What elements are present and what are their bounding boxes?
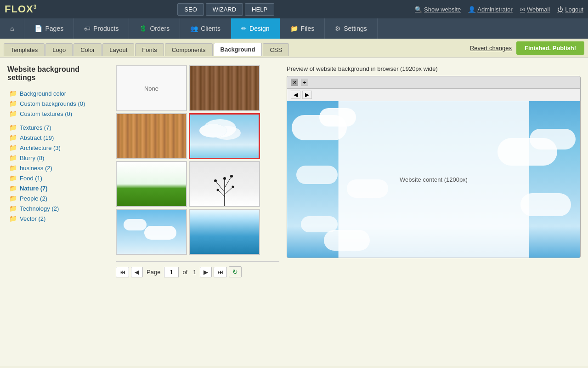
browser-add-button[interactable]: +	[301, 79, 308, 86]
preview-background: Website content (1200px)	[287, 101, 580, 258]
tab-background[interactable]: Background	[214, 43, 262, 56]
browser-chrome: ✕ +	[287, 76, 580, 89]
top-nav-buttons: SEO WIZARD HELP	[177, 3, 274, 16]
pagination: ⏮ ◀ Page of 1 ▶ ⏭ ↻	[116, 261, 279, 277]
left-sidebar: Website background settings 📁 Background…	[7, 65, 108, 359]
sidebar-item-business[interactable]: 📁 business (2)	[7, 163, 108, 173]
image-grass[interactable]	[116, 161, 187, 207]
pag-prev-button[interactable]: ◀	[131, 267, 143, 277]
sidebar-item-nature[interactable]: 📁 Nature (7)	[7, 183, 108, 193]
main-content: None	[116, 65, 279, 359]
svg-point-5	[214, 179, 217, 182]
sidebar-item-background-color[interactable]: 📁 Background color	[7, 88, 108, 98]
sub-tabs: Templates Logo Color Layout Fonts Compon…	[0, 39, 588, 58]
of-label: of	[182, 269, 187, 276]
image-wood-light[interactable]	[116, 113, 187, 159]
clients-icon: 👥	[190, 25, 198, 32]
preview-area: Preview of website background in browser…	[287, 65, 581, 359]
browser-close-button[interactable]: ✕	[291, 79, 298, 86]
folder-icon: 📁	[9, 134, 17, 141]
nav-design[interactable]: ✏ Design	[231, 18, 280, 39]
folder-icon: 📁	[9, 144, 17, 151]
search-icon: 🔍	[415, 6, 422, 13]
sidebar-item-people[interactable]: 📁 People (2)	[7, 193, 108, 203]
folder-icon: 📁	[9, 90, 17, 97]
webmail-link[interactable]: ✉ Webmail	[520, 6, 550, 13]
sidebar-item-abstract[interactable]: 📁 Abstract (19)	[7, 132, 108, 143]
products-icon: 🏷	[84, 25, 90, 32]
wood-dark-preview	[190, 66, 259, 110]
wizard-button[interactable]: WIZARD	[206, 3, 243, 16]
browser-nav: ◀ ▶	[287, 89, 580, 101]
nav-settings[interactable]: ⚙ Settings	[325, 18, 378, 39]
publish-button[interactable]: Finished. Publish!	[516, 41, 584, 55]
tab-color[interactable]: Color	[74, 43, 102, 56]
top-links: 🔍 Show website 👤 Administrator ✉ Webmail…	[415, 6, 583, 13]
image-sky[interactable]	[189, 113, 260, 159]
clouds2-preview	[117, 210, 186, 254]
sidebar-item-textures[interactable]: 📁 Textures (7)	[7, 122, 108, 132]
help-button[interactable]: HELP	[245, 3, 274, 16]
browser-mockup: ✕ + ◀ ▶	[287, 76, 581, 258]
pag-last-button[interactable]: ⏭	[214, 267, 227, 277]
nav-products[interactable]: 🏷 Products	[74, 18, 129, 39]
tab-css[interactable]: CSS	[263, 43, 289, 56]
files-icon: 📁	[290, 25, 298, 32]
administrator-link[interactable]: 👤 Administrator	[468, 6, 513, 13]
svg-point-9	[223, 177, 226, 180]
tab-templates[interactable]: Templates	[4, 43, 45, 56]
sidebar-item-custom-textures[interactable]: 📁 Custom textures (0)	[7, 109, 108, 119]
browser-back-button[interactable]: ◀	[291, 91, 300, 99]
sidebar-item-food[interactable]: 📁 Food (1)	[7, 173, 108, 183]
image-underwater[interactable]	[189, 209, 260, 255]
seo-button[interactable]: SEO	[177, 3, 204, 16]
pag-first-button[interactable]: ⏮	[116, 267, 129, 277]
home-icon: ⌂	[10, 25, 14, 32]
image-clouds2[interactable]	[116, 209, 187, 255]
image-silhouette[interactable]	[189, 161, 260, 207]
folder-icon: 📁	[9, 184, 17, 192]
top-bar: FLOX3 SEO WIZARD HELP 🔍 Show website 👤 A…	[0, 0, 588, 18]
nav-clients[interactable]: 👥 Clients	[180, 18, 231, 39]
sidebar-item-blurry[interactable]: 📁 Blurry (8)	[7, 153, 108, 163]
browser-forward-button[interactable]: ▶	[302, 91, 312, 99]
folder-icon: 📁	[9, 154, 17, 161]
grass-preview	[117, 162, 186, 206]
nav-home[interactable]: ⌂	[0, 18, 24, 39]
folder-icon: 📁	[9, 215, 17, 222]
folder-icon: 📁	[9, 124, 17, 131]
wood-light-preview	[117, 114, 186, 158]
tab-logo[interactable]: Logo	[45, 43, 73, 56]
tab-components[interactable]: Components	[165, 43, 213, 56]
main-nav: ⌂ 📄 Pages 🏷 Products 💲 Orders 👥 Clients …	[0, 18, 588, 39]
refresh-button[interactable]: ↻	[229, 266, 242, 277]
sidebar-item-architecture[interactable]: 📁 Architecture (3)	[7, 143, 108, 153]
revert-changes-link[interactable]: Revert changes	[470, 45, 512, 52]
pag-next-button[interactable]: ▶	[200, 267, 212, 277]
tab-fonts[interactable]: Fonts	[135, 43, 164, 56]
content-area: Website background settings 📁 Background…	[0, 58, 588, 366]
pages-icon: 📄	[34, 25, 42, 32]
design-icon: ✏	[241, 25, 247, 32]
page-title: Website background settings	[7, 65, 108, 82]
folder-icon: 📁	[9, 195, 17, 202]
sidebar-item-custom-backgrounds[interactable]: 📁 Custom backgrounds (0)	[7, 98, 108, 109]
settings-icon: ⚙	[335, 25, 341, 32]
sidebar-item-vector[interactable]: 📁 Vector (2)	[7, 213, 108, 224]
sub-tab-actions: Revert changes Finished. Publish!	[470, 41, 584, 58]
page-input[interactable]	[164, 267, 179, 277]
total-pages: 1	[193, 269, 196, 276]
tab-layout[interactable]: Layout	[102, 43, 134, 56]
nav-files[interactable]: 📁 Files	[280, 18, 325, 39]
logout-icon: ⏻	[557, 6, 563, 13]
logo: FLOX3	[5, 3, 37, 15]
image-wood-dark[interactable]	[189, 65, 260, 111]
sidebar-item-technology[interactable]: 📁 Technology (2)	[7, 203, 108, 213]
nav-orders[interactable]: 💲 Orders	[129, 18, 180, 39]
show-website-link[interactable]: 🔍 Show website	[415, 6, 461, 13]
image-none[interactable]: None	[116, 65, 187, 111]
nav-pages[interactable]: 📄 Pages	[24, 18, 74, 39]
preview-title: Preview of website background in browser…	[287, 65, 581, 72]
logout-link[interactable]: ⏻ Logout	[557, 6, 583, 13]
svg-point-6	[230, 175, 233, 178]
